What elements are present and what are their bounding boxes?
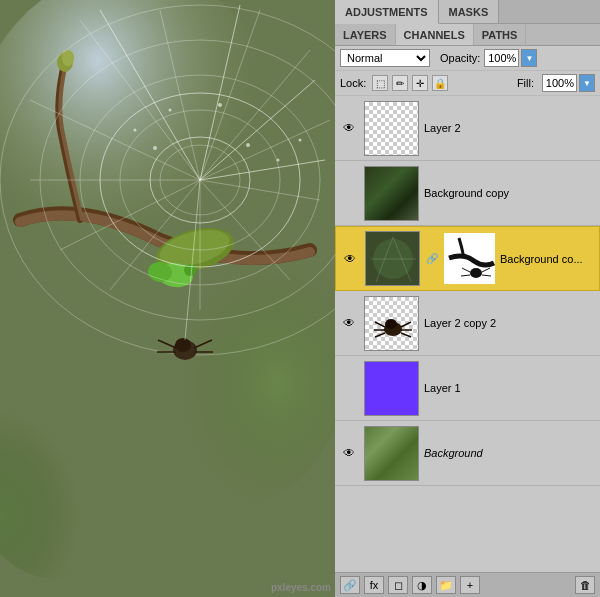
- layers-list: 👁 Layer 2 Background copy 👁: [335, 96, 600, 572]
- layer2-copy2-name: Layer 2 copy 2: [424, 317, 596, 329]
- opacity-label: Opacity:: [440, 52, 480, 64]
- eye-icon-layer2-copy2: 👁: [343, 316, 355, 330]
- layer-selected-visibility[interactable]: 👁: [340, 249, 360, 269]
- blend-mode-row: Normal Multiply Screen Overlay Opacity: …: [335, 46, 600, 71]
- selected-layer-name: Background co...: [500, 253, 595, 265]
- bg-copy-name: Background copy: [424, 187, 596, 199]
- layer2-visibility[interactable]: 👁: [339, 118, 359, 138]
- tab-paths[interactable]: PATHS: [474, 24, 527, 45]
- right-panel: ADJUSTMENTS MASKS LAYERS CHANNELS PATHS …: [335, 0, 600, 597]
- layer-item-background[interactable]: 👁 Background: [335, 421, 600, 486]
- selected-layer-mask-thumb: [442, 231, 497, 286]
- layer2-thumbnail: [364, 101, 419, 156]
- svg-point-34: [153, 146, 157, 150]
- opacity-input[interactable]: [484, 49, 519, 67]
- blend-mode-select[interactable]: Normal Multiply Screen Overlay: [340, 49, 430, 67]
- link-layers-btn[interactable]: 🔗: [340, 576, 360, 594]
- svg-point-54: [470, 268, 482, 278]
- svg-point-40: [218, 103, 222, 107]
- lock-position-btn[interactable]: ✛: [412, 75, 428, 91]
- layer2-copy2-visibility[interactable]: 👁: [339, 313, 359, 333]
- bg-copy-thumbnail: [364, 166, 419, 221]
- layer-item-bg-copy-selected[interactable]: 👁 🔗: [335, 226, 600, 291]
- tab-masks[interactable]: MASKS: [439, 0, 500, 23]
- lock-image-btn[interactable]: ✏: [392, 75, 408, 91]
- layer2-name: Layer 2: [424, 122, 596, 134]
- canvas-area: pxleyes.com: [0, 0, 335, 597]
- layer-chain-icon: 🔗: [426, 253, 438, 264]
- fill-arrow[interactable]: ▼: [579, 74, 595, 92]
- fill-label: Fill:: [517, 77, 534, 89]
- svg-point-37: [277, 159, 280, 162]
- eye-icon-selected: 👁: [344, 252, 356, 266]
- svg-point-36: [246, 143, 250, 147]
- tab-adjustments[interactable]: ADJUSTMENTS: [335, 0, 439, 24]
- layer2-copy2-thumbnail: [364, 296, 419, 351]
- tab-channels[interactable]: CHANNELS: [396, 24, 474, 45]
- canvas-image: [0, 0, 335, 597]
- top-tabs-bar: ADJUSTMENTS MASKS: [335, 0, 600, 24]
- background-thumbnail: [364, 426, 419, 481]
- adjustment-layer-btn[interactable]: ◑: [412, 576, 432, 594]
- background-name: Background: [424, 447, 596, 459]
- svg-point-35: [134, 129, 137, 132]
- layer-item-layer2-copy2[interactable]: 👁: [335, 291, 600, 356]
- lock-row: Lock: ⬚ ✏ ✛ 🔒 Fill: ▼: [335, 71, 600, 96]
- layer-item-layer1[interactable]: Layer 1: [335, 356, 600, 421]
- eye-icon-layer2: 👁: [343, 121, 355, 135]
- layer-style-btn[interactable]: fx: [364, 576, 384, 594]
- svg-point-39: [169, 109, 172, 112]
- lock-transparent-btn[interactable]: ⬚: [372, 75, 388, 91]
- tab-layers[interactable]: LAYERS: [335, 24, 396, 45]
- svg-point-42: [175, 338, 191, 352]
- layer-mask-btn[interactable]: ◻: [388, 576, 408, 594]
- svg-point-38: [299, 139, 302, 142]
- layer1-visibility-empty: [339, 378, 359, 398]
- delete-layer-btn[interactable]: 🗑: [575, 576, 595, 594]
- selected-layer-photo-thumb: [365, 231, 420, 286]
- fill-input[interactable]: [542, 74, 577, 92]
- svg-point-64: [385, 319, 397, 329]
- layers-toolbar: 🔗 fx ◻ ◑ 📁 + 🗑: [335, 572, 600, 597]
- new-layer-btn[interactable]: +: [460, 576, 480, 594]
- layer1-name: Layer 1: [424, 382, 596, 394]
- svg-point-5: [62, 50, 74, 66]
- layer-item-layer2[interactable]: 👁 Layer 2: [335, 96, 600, 161]
- group-layers-btn[interactable]: 📁: [436, 576, 456, 594]
- layer-bg-copy-visibility-empty: [339, 183, 359, 203]
- layer-item-bg-copy[interactable]: Background copy: [335, 161, 600, 226]
- lock-label: Lock:: [340, 77, 366, 89]
- watermark: pxleyes.com: [271, 582, 331, 593]
- opacity-arrow[interactable]: ▼: [521, 49, 537, 67]
- background-visibility[interactable]: 👁: [339, 443, 359, 463]
- layer1-thumbnail: [364, 361, 419, 416]
- eye-icon-background: 👁: [343, 446, 355, 460]
- lock-all-btn[interactable]: 🔒: [432, 75, 448, 91]
- second-tabs-bar: LAYERS CHANNELS PATHS: [335, 24, 600, 46]
